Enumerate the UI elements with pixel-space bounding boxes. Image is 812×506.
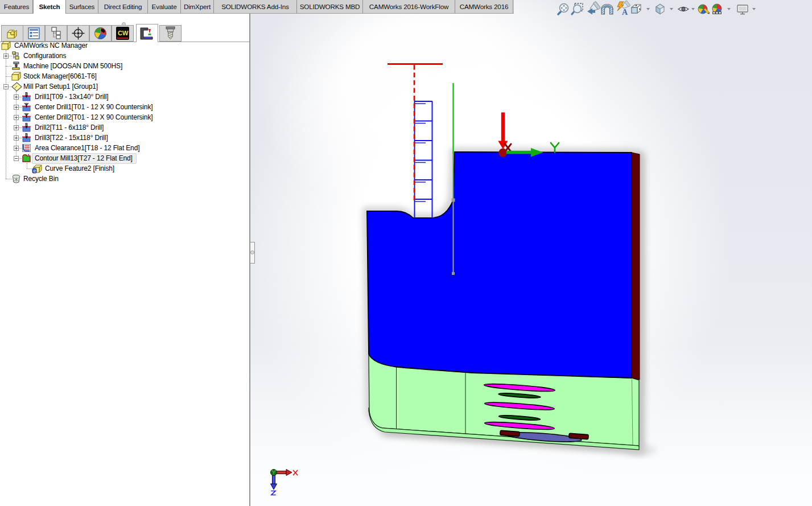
svg-text:A: A	[622, 8, 628, 17]
svg-text:e: e	[34, 167, 36, 173]
svg-text:CW: CW	[118, 30, 129, 36]
